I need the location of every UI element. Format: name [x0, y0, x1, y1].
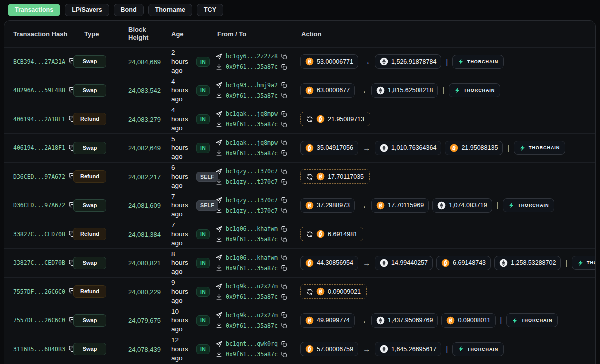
copy-icon[interactable]	[281, 265, 288, 272]
tab-transactions[interactable]: Transactions	[8, 4, 60, 16]
thorchain-pill[interactable]: THORCHAIN	[514, 141, 566, 155]
asset-amount-pill[interactable]: B53.00006771	[300, 54, 358, 69]
from-address-link[interactable]: bc1qzy...t370c7	[226, 168, 278, 175]
thorchain-pill[interactable]: THORCHAIN	[572, 256, 596, 270]
from-address-link[interactable]: bc1q93...hmj9a2	[226, 82, 278, 89]
type-badge-swap[interactable]: Swap	[74, 56, 106, 68]
asset-amount-pill[interactable]: B63.0000677	[300, 84, 355, 98]
asset-amount-pill[interactable]: 1,815.62508218	[372, 84, 438, 98]
tab-thorname[interactable]: Thorname	[148, 4, 192, 16]
copy-icon[interactable]	[281, 197, 288, 204]
transaction-hash-link[interactable]: D36CED...97A672	[14, 202, 66, 209]
transaction-hash-link[interactable]: 406194...2A18F1	[14, 144, 66, 152]
to-address-link[interactable]: 0x9f61...35a87c	[226, 294, 278, 300]
from-address-link[interactable]: bc1qak...jq8mpw	[226, 140, 278, 146]
transaction-hash-link[interactable]: 33827C...CED70B	[14, 231, 66, 238]
copy-icon[interactable]	[281, 111, 288, 118]
copy-icon[interactable]	[281, 179, 288, 186]
asset-amount-pill[interactable]: B21.95088135	[445, 141, 503, 156]
asset-amount-pill[interactable]: 1,258.53288702	[494, 256, 561, 270]
asset-amount-pill[interactable]: 1,526.91878784	[375, 54, 442, 69]
copy-icon[interactable]	[281, 312, 288, 319]
asset-amount-pill[interactable]: B6.69148743	[436, 256, 491, 270]
transaction-hash-link[interactable]: 33827C...CED70B	[14, 260, 66, 266]
asset-amount-pill[interactable]: 1,010.76364364	[375, 141, 442, 156]
copy-icon[interactable]	[281, 54, 288, 60]
to-address-link[interactable]: 0x9f61...35a87c	[226, 351, 278, 358]
block-height-link[interactable]: 24,081,609	[128, 202, 161, 210]
asset-amount-pill[interactable]: 14.99440257	[375, 256, 433, 270]
transaction-hash-link[interactable]: 406194...2A18F1	[14, 116, 66, 123]
type-badge-swap[interactable]: Swap	[74, 343, 106, 356]
transaction-hash-link[interactable]: 7557DF...26C6C0	[14, 288, 66, 296]
copy-icon[interactable]	[281, 64, 288, 71]
to-address-link[interactable]: 0x9f61...35a87c	[226, 92, 278, 100]
from-address-link[interactable]: bc1qzy...t370c7	[226, 197, 278, 204]
asset-amount-pill[interactable]: B0.09008011	[442, 314, 496, 328]
asset-amount-pill[interactable]: 1,437.95069769	[372, 314, 438, 328]
transaction-hash-link[interactable]: 7557DF...26C6C0	[14, 317, 66, 324]
refund-pill[interactable]: B0.09009021	[300, 284, 367, 299]
tab-lp-savers[interactable]: LP/Savers	[65, 4, 109, 16]
from-address-link[interactable]: bc1q9k...u2x27m	[226, 312, 278, 319]
thorchain-pill[interactable]: THORCHAIN	[449, 84, 500, 98]
type-badge-refund[interactable]: Refund	[74, 228, 106, 240]
thorchain-pill[interactable]: THORCHAIN	[452, 342, 504, 356]
to-address-link[interactable]: bc1qzy...t370c7	[226, 178, 278, 186]
block-height-link[interactable]: 24,082,649	[128, 144, 161, 152]
block-height-link[interactable]: 24,080,229	[128, 288, 161, 296]
tab-bond[interactable]: Bond	[114, 4, 144, 16]
asset-amount-pill[interactable]: B17.70115969	[372, 198, 429, 213]
block-height-link[interactable]: 24,083,542	[128, 87, 161, 94]
type-badge-swap[interactable]: Swap	[74, 200, 106, 212]
copy-icon[interactable]	[281, 322, 288, 330]
refund-pill[interactable]: B17.70117035	[300, 170, 370, 184]
copy-icon[interactable]	[281, 122, 288, 128]
type-badge-swap[interactable]: Swap	[74, 142, 106, 154]
to-address-link[interactable]: 0x9f61...35a87c	[226, 150, 278, 157]
block-height-link[interactable]: 24,082,217	[128, 174, 161, 181]
transaction-hash-link[interactable]: BCB394...27A31A	[14, 58, 66, 66]
copy-icon[interactable]	[281, 92, 288, 100]
refund-pill[interactable]: B6.6914981	[300, 227, 364, 242]
copy-icon[interactable]	[281, 284, 288, 290]
copy-icon[interactable]	[281, 254, 288, 262]
to-address-link[interactable]: 0x9f61...35a87c	[226, 64, 278, 70]
asset-amount-pill[interactable]: B37.2988973	[300, 198, 355, 213]
to-address-link[interactable]: bc1qzy...t370c7	[226, 208, 278, 214]
copy-icon[interactable]	[281, 226, 288, 233]
asset-amount-pill[interactable]: 1,645.26695617	[375, 342, 442, 356]
from-address-link[interactable]: bc1qnt...qwk0rq	[226, 340, 278, 348]
thorchain-pill[interactable]: THORCHAIN	[452, 55, 504, 69]
asset-amount-pill[interactable]: B57.00006759	[300, 342, 358, 356]
thorchain-pill[interactable]: THORCHAIN	[506, 314, 558, 328]
from-address-link[interactable]: bc1qak...jq8mpw	[226, 110, 278, 118]
refund-pill[interactable]: B21.95089713	[300, 112, 370, 126]
copy-icon[interactable]	[281, 168, 288, 176]
transaction-hash-link[interactable]: 3116B5...6B4DB3	[14, 346, 66, 353]
type-badge-swap[interactable]: Swap	[74, 84, 106, 97]
transaction-hash-link[interactable]: D36CED...97A672	[14, 174, 66, 180]
copy-icon[interactable]	[281, 208, 288, 214]
transaction-hash-link[interactable]: 4B296A...59E4BB	[14, 87, 66, 94]
to-address-link[interactable]: 0x9f61...35a87c	[226, 121, 278, 128]
copy-icon[interactable]	[281, 341, 288, 348]
copy-icon[interactable]	[281, 150, 288, 157]
from-address-link[interactable]: bc1q9k...u2x27m	[226, 283, 278, 290]
copy-icon[interactable]	[281, 236, 288, 244]
block-height-link[interactable]: 24,080,821	[128, 260, 161, 267]
copy-icon[interactable]	[281, 140, 288, 146]
block-height-link[interactable]: 24,083,279	[128, 116, 161, 124]
from-address-link[interactable]: bc1qy6...2z27z8	[226, 53, 278, 60]
type-badge-refund[interactable]: Refund	[74, 286, 106, 298]
asset-amount-pill[interactable]: B49.9099774	[300, 314, 355, 328]
to-address-link[interactable]: 0x9f61...35a87c	[226, 265, 278, 272]
copy-icon[interactable]	[281, 352, 288, 358]
from-address-link[interactable]: bc1q06...khafwm	[226, 254, 278, 262]
to-address-link[interactable]: 0x9f61...35a87c	[226, 236, 278, 243]
from-address-link[interactable]: bc1q06...khafwm	[226, 226, 278, 232]
thorchain-pill[interactable]: THORCHAIN	[503, 198, 554, 212]
copy-icon[interactable]	[281, 82, 288, 89]
asset-amount-pill[interactable]: 1,074.083719	[432, 198, 492, 213]
type-badge-swap[interactable]: Swap	[74, 314, 106, 327]
